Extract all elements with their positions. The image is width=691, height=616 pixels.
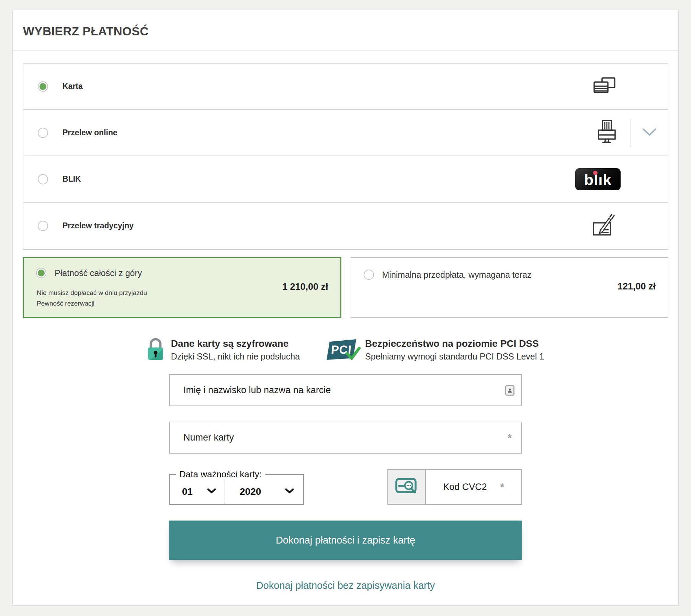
expiry-fieldset: Data ważności karty: 01 2020	[169, 469, 304, 505]
radio-blik[interactable]	[38, 174, 48, 184]
plan-price: 121,00 zł	[618, 281, 656, 292]
radio-przelew-online[interactable]	[38, 128, 48, 138]
lock-icon	[147, 338, 164, 362]
plan-note: Nie musisz dopłacać w dniu przyjazdu	[37, 287, 147, 298]
payment-method-list: Karta Przelew online	[23, 63, 668, 250]
method-label: Karta	[63, 82, 83, 91]
method-row-przelew-online[interactable]: Przelew online	[23, 110, 668, 156]
credit-cards-icon	[593, 77, 616, 96]
chevron-down-icon	[285, 488, 294, 495]
cvc-card-icon-cell	[388, 470, 426, 504]
ssl-badge: Dane karty są szyfrowane Dzięki SSL, nik…	[147, 338, 300, 362]
method-icon-zone	[592, 213, 668, 239]
plan-head: Płatność całości z góry	[36, 268, 142, 278]
plan-minimal-prepayment[interactable]: Minimalna przedpłata, wymagana teraz 121…	[351, 257, 669, 318]
radio-dot	[39, 176, 46, 183]
plan-title: Minimalna przedpłata, wymagana teraz	[382, 270, 532, 280]
plan-title: Płatność całości z góry	[55, 268, 142, 278]
radio-dot	[365, 271, 372, 278]
radio-dot	[38, 270, 45, 276]
method-label: BLIK	[63, 174, 81, 184]
plan-note: Pewność rezerwacji	[37, 298, 147, 309]
ssl-title: Dane karty są szyfrowane	[171, 338, 300, 350]
radio-full-payment[interactable]	[36, 268, 46, 278]
plan-full-payment[interactable]: Płatność całości z góry 1 210,00 zł Nie …	[23, 257, 341, 318]
divider	[631, 119, 631, 147]
blik-logo-dot	[593, 171, 598, 175]
cvc-input-cell: *	[426, 470, 521, 504]
plan-head: Minimalna przedpłata, wymagana teraz	[364, 270, 532, 280]
panel-header: WYBIERZ PŁATNOŚĆ	[13, 10, 678, 51]
expiry-month-select[interactable]: 01	[170, 480, 225, 504]
blik-logo-text: blık	[584, 171, 612, 187]
page-title: WYBIERZ PŁATNOŚĆ	[23, 24, 668, 38]
card-number-input[interactable]	[169, 422, 522, 454]
method-label: Przelew tradycyjny	[63, 221, 134, 230]
pci-text: Bezpieczeństwo na poziomie PCI DSS Spełn…	[365, 338, 544, 362]
cvc-card-icon	[395, 478, 418, 496]
card-form: * Data ważności karty: 01	[169, 374, 522, 591]
ssl-subtitle: Dzięki SSL, nikt ich nie podsłucha	[171, 352, 300, 362]
plan-notes: Nie musisz dopłacać w dniu przyjazdu Pew…	[37, 287, 147, 309]
radio-dot	[39, 129, 46, 136]
expiry-month-value: 01	[182, 486, 193, 497]
method-row-przelew-tradycyjny[interactable]: Przelew tradycyjny	[23, 203, 668, 249]
checkmark-icon	[345, 346, 361, 363]
method-icon-zone	[593, 77, 668, 96]
method-label: Przelew online	[63, 128, 117, 137]
pay-without-saving-link[interactable]: Dokonaj płatności bez zapisywania karty	[169, 580, 522, 591]
radio-dot	[39, 223, 46, 229]
payment-plan-options: Płatność całości z góry 1 210,00 zł Nie …	[23, 257, 668, 318]
expiry-body: 01 2020	[170, 480, 303, 504]
online-banking-icon	[594, 119, 619, 146]
chevron-down-icon[interactable]	[642, 127, 657, 138]
pci-badge-item: PCI Bezpieczeństwo na poziomie PCI DSS S…	[327, 338, 544, 362]
expiry-cvc-row: Data ważności karty: 01 2020	[169, 469, 522, 505]
cvc-input[interactable]	[443, 482, 498, 492]
radio-minimal-prepayment[interactable]	[364, 270, 374, 280]
cardholder-name-field-wrap	[169, 374, 522, 406]
pci-subtitle: Spełniamy wymogi standardu PCI DSS Level…	[365, 352, 544, 362]
plan-price: 1 210,00 zł	[282, 282, 328, 292]
panel-body: Karta Przelew online	[13, 51, 678, 591]
security-badges: Dane karty są szyfrowane Dzięki SSL, nik…	[23, 338, 668, 362]
card-number-field-wrap: *	[169, 422, 522, 454]
required-marker: *	[508, 432, 512, 444]
payment-panel: WYBIERZ PŁATNOŚĆ Karta	[12, 10, 679, 606]
radio-karta[interactable]	[38, 81, 48, 92]
chevron-down-icon	[207, 488, 216, 495]
radio-przelew-tradycyjny[interactable]	[38, 221, 48, 231]
blik-logo: blık	[575, 168, 621, 190]
signed-document-icon	[592, 213, 616, 239]
method-icon-zone: blık	[575, 168, 668, 190]
autofill-icon[interactable]	[505, 385, 514, 396]
required-marker: *	[500, 481, 504, 493]
expiry-year-select[interactable]: 2020	[225, 480, 303, 504]
ssl-text: Dane karty są szyfrowane Dzięki SSL, nik…	[171, 338, 300, 362]
pci-title: Bezpieczeństwo na poziomie PCI DSS	[365, 338, 544, 350]
radio-dot	[39, 83, 46, 90]
expiry-year-value: 2020	[240, 486, 261, 497]
pay-and-save-card-button[interactable]: Dokonaj płatności i zapisz kartę	[169, 521, 522, 560]
method-row-karta[interactable]: Karta	[23, 64, 668, 110]
method-icon-zone	[594, 119, 668, 147]
pci-dss-logo: PCI	[327, 339, 358, 362]
cardholder-name-input[interactable]	[169, 374, 522, 406]
method-row-blik[interactable]: BLIK blık	[23, 156, 668, 203]
cvc-field-group: *	[387, 469, 522, 505]
expiry-legend: Data ważności karty:	[176, 469, 265, 480]
